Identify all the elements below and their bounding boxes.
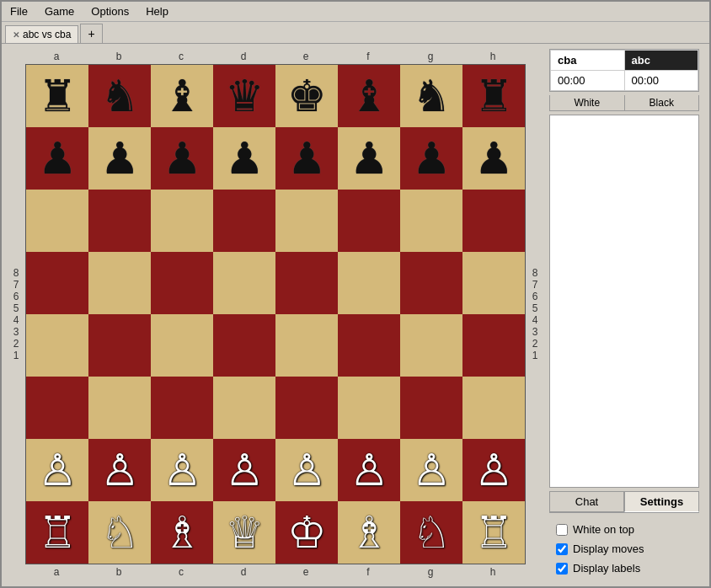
square-c1[interactable]: ♗ [151, 501, 213, 564]
col-label-bot-b: b [88, 564, 150, 580]
black-piece-p: ♟ [163, 136, 202, 180]
white-piece-r: ♖ [38, 510, 78, 554]
square-f1[interactable]: ♗ [338, 501, 400, 564]
square-d7[interactable]: ♟ [213, 127, 275, 190]
square-c4[interactable] [151, 314, 213, 377]
square-f2[interactable]: ♙ [338, 439, 400, 501]
white-player-name: cba [551, 51, 625, 71]
black-piece-p: ♟ [412, 136, 452, 180]
tab-add-button[interactable]: + [80, 24, 102, 43]
square-c5[interactable] [151, 252, 213, 314]
square-g6[interactable] [400, 190, 462, 252]
square-b7[interactable]: ♟ [88, 127, 151, 190]
square-h2[interactable]: ♙ [462, 439, 525, 501]
square-g8[interactable]: ♞ [400, 65, 462, 127]
square-a2[interactable]: ♙ [26, 439, 88, 501]
col-label-c: c [150, 49, 212, 64]
square-a3[interactable] [26, 377, 88, 439]
square-c2[interactable]: ♙ [151, 439, 213, 501]
black-piece-b: ♝ [163, 74, 202, 118]
square-e5[interactable] [275, 252, 338, 314]
square-e7[interactable]: ♟ [275, 127, 338, 190]
square-h3[interactable] [462, 377, 525, 439]
black-piece-q: ♛ [225, 74, 265, 118]
square-f5[interactable] [338, 252, 400, 314]
square-b5[interactable] [88, 252, 151, 314]
row-label-6: 6 [7, 291, 25, 302]
square-c6[interactable] [151, 190, 213, 252]
square-h6[interactable] [462, 190, 525, 252]
black-time: 00:00 [624, 71, 698, 91]
square-h4[interactable] [462, 314, 525, 377]
square-b6[interactable] [88, 190, 151, 252]
square-a8[interactable]: ♜ [26, 65, 88, 127]
square-e1[interactable]: ♔ [275, 501, 338, 564]
square-g4[interactable] [400, 314, 462, 377]
tab-settings[interactable]: Settings [624, 491, 699, 512]
white-on-top-checkbox[interactable] [556, 524, 568, 536]
square-d3[interactable] [213, 377, 275, 439]
square-c8[interactable]: ♝ [151, 65, 213, 127]
tab-close-icon[interactable]: ✕ [13, 30, 19, 40]
tab-main[interactable]: ✕ abc vs cba [5, 25, 78, 43]
square-e4[interactable] [275, 314, 338, 377]
square-g2[interactable]: ♙ [400, 439, 462, 501]
display-moves-checkbox[interactable] [556, 543, 568, 555]
menu-file[interactable]: File [5, 3, 33, 19]
square-f7[interactable]: ♟ [338, 127, 400, 190]
square-a4[interactable] [26, 314, 88, 377]
white-time: 00:00 [551, 71, 625, 91]
white-piece-b: ♗ [350, 510, 389, 554]
square-f8[interactable]: ♝ [338, 65, 400, 127]
square-d4[interactable] [213, 314, 275, 377]
square-a6[interactable] [26, 190, 88, 252]
row-label-3: 3 [7, 326, 25, 338]
menu-options[interactable]: Options [86, 3, 134, 19]
square-e2[interactable]: ♙ [275, 439, 338, 501]
col-label-d: d [212, 49, 275, 64]
square-b4[interactable] [88, 314, 151, 377]
square-c7[interactable]: ♟ [151, 127, 213, 190]
square-e6[interactable] [275, 190, 338, 252]
square-a5[interactable] [26, 252, 88, 314]
menu-bar: File Game Options Help [2, 2, 709, 22]
square-d5[interactable] [213, 252, 275, 314]
square-c3[interactable] [151, 377, 213, 439]
square-f6[interactable] [338, 190, 400, 252]
display-labels-checkbox[interactable] [556, 563, 568, 575]
square-e8[interactable]: ♚ [275, 65, 338, 127]
square-h7[interactable]: ♟ [462, 127, 525, 190]
square-a1[interactable]: ♖ [26, 501, 88, 564]
square-g3[interactable] [400, 377, 462, 439]
square-b2[interactable]: ♙ [88, 439, 151, 501]
right-panel: cba abc 00:00 00:00 White Black Chat [549, 49, 699, 581]
chess-board[interactable]: ♜♞♝♛♚♝♞♜♟♟♟♟♟♟♟♟♙♙♙♙♙♙♙♙♖♘♗♕♔♗♘♖ [25, 64, 526, 564]
display-moves-label: Display moves [573, 543, 644, 555]
main-content: a b c d e f g h 8 7 6 5 4 [2, 44, 709, 586]
square-b3[interactable] [88, 377, 151, 439]
square-a7[interactable]: ♟ [26, 127, 88, 190]
square-g5[interactable] [400, 252, 462, 314]
square-h8[interactable]: ♜ [462, 65, 525, 127]
square-g1[interactable]: ♘ [400, 501, 462, 564]
square-h1[interactable]: ♖ [462, 501, 525, 564]
square-b8[interactable]: ♞ [88, 65, 151, 127]
square-b1[interactable]: ♘ [88, 501, 151, 564]
square-g7[interactable]: ♟ [400, 127, 462, 190]
white-piece-p: ♙ [163, 448, 202, 492]
row-label-8: 8 [7, 267, 25, 279]
square-d8[interactable]: ♛ [213, 65, 275, 127]
square-d6[interactable] [213, 190, 275, 252]
square-f3[interactable] [338, 377, 400, 439]
col-label-bot-c: c [150, 564, 212, 580]
setting-display-moves: Display moves [556, 543, 692, 555]
tab-chat[interactable]: Chat [549, 491, 624, 512]
square-d2[interactable]: ♙ [213, 439, 275, 501]
menu-game[interactable]: Game [40, 3, 79, 19]
col-label-g: g [399, 49, 462, 64]
square-f4[interactable] [338, 314, 400, 377]
square-d1[interactable]: ♕ [213, 501, 275, 564]
square-e3[interactable] [275, 377, 338, 439]
menu-help[interactable]: Help [141, 3, 174, 19]
square-h5[interactable] [462, 252, 525, 314]
